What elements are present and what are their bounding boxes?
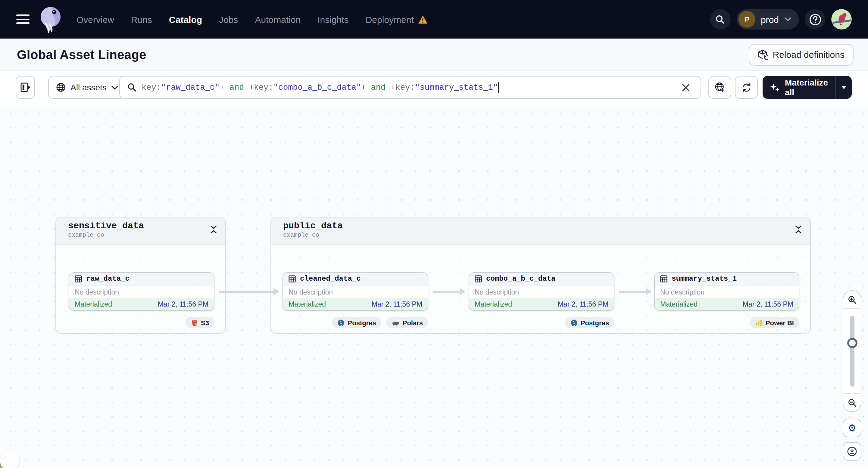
asset-status-row: Materialized Mar 2, 11:56 PM [283,298,428,310]
chevron-down-icon [784,17,792,22]
status-badge: Materialized [475,301,512,308]
asset-node-header: raw_data_c [69,273,214,285]
text-caret [498,82,499,93]
asset-tags-combo-a-b-c-data: Postgres [565,317,614,328]
deployment-switcher[interactable]: P prod [737,9,799,30]
zoom-slider-track[interactable] [850,316,854,387]
asset-tags-summary-stats-1: Power BI [750,317,799,328]
edge-raw-to-cleaned [219,291,274,292]
corner-decoration [0,453,21,468]
materialize-options-button[interactable] [835,76,852,99]
zoom-in-button[interactable] [843,291,861,309]
page-title: Global Asset Lineage [17,47,146,62]
asset-node-cleaned-data-c[interactable]: cleaned_data_c No description Materializ… [282,272,428,311]
polars-icon [392,319,400,325]
nav-item-automation[interactable]: Automation [255,14,301,24]
tag-power-bi[interactable]: Power BI [750,317,799,328]
asset-search-input[interactable]: key:"raw_data_c"+ and +key:"combo_a_b_c_… [119,76,701,99]
deployment-avatar: P [739,11,755,28]
help-icon [809,13,821,26]
tag-postgres[interactable]: Postgres [332,317,381,328]
reload-definitions-button[interactable]: Reload definitions [749,44,854,65]
tag-polars[interactable]: Polars [386,317,428,328]
asset-status-row: Materialized Mar 2, 11:56 PM [469,298,614,310]
hamburger-menu-icon[interactable] [16,14,30,24]
group-name: sensitive_data [68,220,144,232]
lineage-canvas[interactable]: sensitive_data example_co public_data ex… [0,105,868,468]
materialization-timestamp: Mar 2, 11:56 PM [372,301,422,308]
edge-arrowhead [274,288,279,295]
postgres-icon [570,319,578,326]
refresh-icon [741,82,751,92]
open-sidebar-button[interactable] [16,76,35,99]
nav-item-overview[interactable]: Overview [76,14,114,24]
dagster-app: Overview Runs Catalog Jobs Automation In… [0,0,868,468]
materialize-all-button[interactable]: Materialize all [763,78,835,97]
nav-item-catalog[interactable]: Catalog [169,14,202,24]
group-name: public_data [283,220,343,232]
zoom-slider[interactable] [843,309,861,393]
zoom-controls [843,290,861,412]
status-badge: Materialized [660,301,698,308]
edge-arrowhead [646,288,652,295]
status-badge: Materialized [75,301,112,308]
globe-plus-icon [714,82,725,93]
download-image-button[interactable] [843,442,861,461]
warning-icon [418,15,428,24]
refresh-button[interactable] [735,76,758,99]
collapse-group-icon[interactable] [795,225,802,234]
asset-node-combo-a-b-c-data[interactable]: combo_a_b_c_data No description Material… [469,272,614,311]
asset-description: No description [283,285,428,298]
dagster-logo[interactable] [38,5,63,33]
table-icon [75,275,82,282]
nav-item-runs[interactable]: Runs [131,14,152,24]
zoom-slider-handle[interactable] [847,338,857,348]
table-icon [288,275,296,282]
caret-down-icon [841,86,846,89]
new-catalog-view-button[interactable] [708,76,731,99]
asset-description: No description [69,285,214,298]
group-location: example_co [68,232,144,239]
nav-links: Overview Runs Catalog Jobs Automation In… [76,14,428,24]
asset-name: raw_data_c [86,275,129,283]
zoom-out-button[interactable] [843,393,861,411]
tag-postgres[interactable]: Postgres [565,317,614,328]
download-icon [847,446,857,457]
user-avatar[interactable] [831,9,852,30]
zoom-in-icon [847,295,857,305]
group-header[interactable]: sensitive_data example_co [56,217,225,245]
asset-node-summary-stats-1[interactable]: summary_stats_1 No description Materiali… [654,272,799,311]
tag-s3[interactable]: S3 [185,317,214,328]
materialization-timestamp: Mar 2, 11:56 PM [558,301,609,308]
graph-settings-button[interactable]: ⚙ [843,418,861,437]
filter-bar: All assets key:"raw_data_c"+ and +key:"c… [0,71,868,105]
asset-tags-raw-data-c: S3 [185,317,214,328]
nav-item-jobs[interactable]: Jobs [219,14,238,24]
gear-icon: ⚙ [848,422,857,434]
top-nav: Overview Runs Catalog Jobs Automation In… [0,0,868,38]
asset-node-header: cleaned_data_c [283,273,428,285]
clear-search-button[interactable] [678,80,693,95]
edge-cleaned-to-combo [433,291,460,292]
materialization-timestamp: Mar 2, 11:56 PM [743,301,793,308]
asset-description: No description [469,285,614,298]
asset-node-raw-data-c[interactable]: raw_data_c No description Materialized M… [69,272,214,311]
edge-combo-to-summary [619,291,646,292]
asset-description: No description [655,285,799,298]
globe-icon [56,83,66,92]
asset-scope-dropdown[interactable]: All assets [48,76,126,99]
search-icon [127,83,137,92]
collapse-group-icon[interactable] [210,225,217,234]
table-icon [475,275,482,282]
search-icon [715,14,725,24]
group-header[interactable]: public_data example_co [271,217,810,245]
asset-tags-cleaned-data-c: Postgres Polars [332,317,428,328]
nav-item-insights[interactable]: Insights [317,14,348,24]
global-search-button[interactable] [710,9,731,30]
s3-icon [191,319,198,326]
help-button[interactable] [805,9,825,30]
nav-item-deployment[interactable]: Deployment [366,14,428,24]
status-badge: Materialized [288,301,326,308]
group-location: example_co [283,232,343,239]
powerbi-icon [755,319,763,326]
